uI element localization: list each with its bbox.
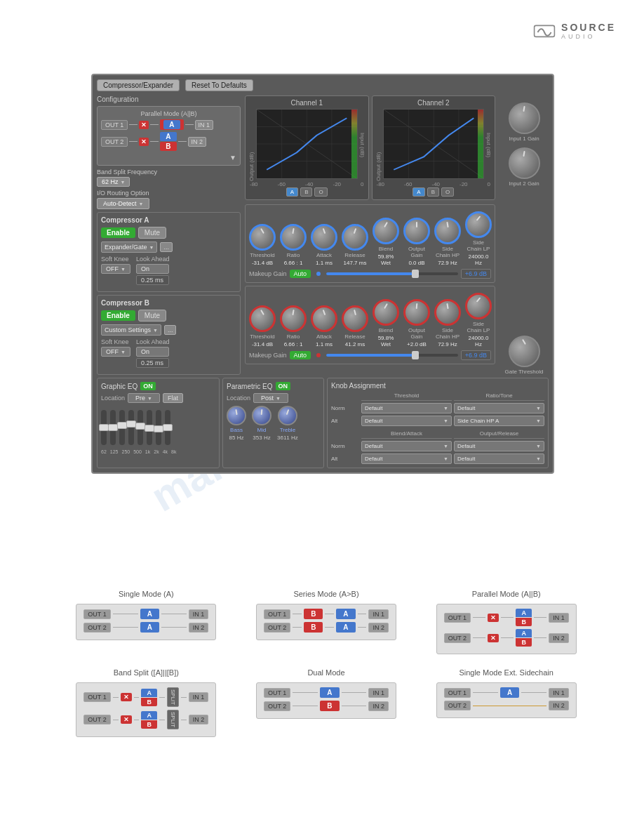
comp-a-release-knob[interactable] (342, 224, 368, 251)
comp-a-sc-lp-knob[interactable] (465, 211, 492, 238)
comp-a-blend-knob[interactable] (373, 218, 399, 244)
geq-fader-8k (165, 410, 170, 445)
ka-norm-blend-dropdown[interactable]: Default ▼ (361, 441, 452, 451)
diagram-grid: Single Mode (A) OUT 1 A IN 1 OUT 2 A IN … (63, 590, 589, 737)
comp-a-makeup-auto-button[interactable]: Auto (290, 270, 311, 278)
d-x-bandsplit-1: ✕ (121, 693, 132, 701)
ka-alt-ratio-dropdown[interactable]: Side Chain HP A ▼ (454, 416, 544, 426)
ch1-btn-o[interactable]: O (314, 187, 327, 197)
comp-b-attack-knob[interactable] (311, 305, 337, 332)
peq-bass-knob[interactable] (227, 406, 246, 425)
comp-a-enable-button[interactable]: Enable (101, 227, 135, 238)
ch1-input-db-label: Input (dB) (359, 109, 365, 181)
soft-knee-b-value[interactable]: OFF ▼ (101, 347, 130, 357)
comp-b-makeup-auto-button[interactable]: Auto (290, 351, 311, 359)
comp-b-ratio-knob[interactable] (280, 305, 307, 332)
diagram-ext-sidechain: Single Mode Ext. Sidechain OUT 1 A IN 1 … (423, 668, 589, 737)
ch1-btn-a[interactable]: A (286, 187, 298, 197)
comp-b-mute-button[interactable]: Mute (138, 310, 166, 322)
comp-a-settings-button[interactable]: ... (160, 242, 173, 252)
geq-fader-track-8k[interactable] (165, 410, 170, 445)
look-ahead-b-value: On (136, 347, 170, 357)
ch2-btn-b[interactable]: B (427, 187, 439, 197)
peq-mid-knob[interactable] (252, 406, 271, 425)
d-in1-ext: IN 1 (549, 688, 569, 698)
comp-b-mode-dropdown[interactable]: Custom Settings ▼ (101, 324, 161, 336)
config-dropdown-arrow[interactable]: ▼ (229, 154, 236, 161)
reset-defaults-button[interactable]: Reset To Defaults (185, 79, 253, 91)
comp-b-output-gain-knob[interactable] (403, 299, 430, 326)
d-b-dual-2: B (320, 701, 339, 711)
comp-a-attack-knob[interactable] (311, 224, 337, 251)
comp-b-blend-knob[interactable] (373, 299, 399, 326)
ch2-vu-meter (478, 110, 483, 178)
ch2-btn-a[interactable]: A (412, 187, 424, 197)
geq-fader-track-125[interactable] (110, 410, 116, 445)
comp-b-settings-button[interactable]: ... (164, 325, 177, 335)
look-ahead-b-label: Look Ahead (136, 338, 170, 345)
out1-label: OUT 1 (101, 120, 128, 130)
peq-mid-group: Mid 353 Hz (252, 406, 271, 441)
comp-a-mode-dropdown[interactable]: Expander/Gate ▼ (101, 241, 157, 253)
d-a-dual-1: A (320, 687, 339, 698)
ka-norm-threshold-dropdown[interactable]: Default ▼ (361, 403, 452, 413)
x-button-1[interactable]: ✕ (139, 121, 149, 129)
ka-alt-blend-dropdown[interactable]: Default ▼ (361, 454, 452, 464)
ka-norm-output-dropdown[interactable]: Default ▼ (454, 441, 544, 451)
x-button-2[interactable]: ✕ (139, 138, 149, 146)
comp-a-ratio-knob[interactable] (280, 224, 307, 251)
diagram-band-split: Band Split ([A]||[B]) OUT 1 ✕ A B SPLIT … (63, 668, 229, 737)
ka-norm-1-label: Norm (331, 403, 359, 413)
plugin-panel: Compressor/Expander Reset To Defaults Co… (91, 74, 554, 474)
soft-knee-a-value[interactable]: OFF ▼ (101, 264, 130, 274)
comp-b-makeup-slider[interactable] (326, 354, 458, 357)
geq-fader-track-500[interactable] (128, 410, 134, 445)
comp-a-makeup-slider[interactable] (326, 272, 458, 275)
comp-a-sc-hp-knob[interactable] (434, 218, 461, 244)
geq-fader-track-1k[interactable] (137, 410, 143, 445)
band-split-value[interactable]: 62 Hz ▼ (97, 177, 130, 187)
input2-gain-knob[interactable] (509, 147, 540, 179)
diagram-series-mode: Series Mode (A>B) OUT 1 B A IN 1 OUT 2 B (243, 590, 410, 654)
comp-b-sc-lp-knob[interactable] (465, 293, 492, 319)
comp-a-header: Compressor A (101, 216, 236, 224)
ka-alt-threshold-dropdown[interactable]: Default ▼ (361, 416, 452, 426)
ka-norm-ratio-dropdown[interactable]: Default ▼ (454, 403, 544, 413)
peq-location-value[interactable]: Post ▼ (253, 393, 288, 403)
comp-b-release-value: 41.2 ms (345, 341, 365, 348)
comp-a-output-gain-knob[interactable] (403, 218, 430, 244)
comp-a-mute-button[interactable]: Mute (138, 227, 166, 239)
ch1-btn-b[interactable]: B (300, 187, 312, 197)
io-routing-section: I/O Routing Option Auto-Detect ▼ (97, 190, 241, 209)
geq-fader-track-250[interactable] (119, 410, 125, 445)
io-routing-value[interactable]: Auto-Detect ▼ (97, 198, 149, 209)
geq-fader-track-62[interactable] (101, 410, 107, 445)
logo-area: SOURCE AUDIO (533, 21, 616, 41)
comp-b-release-knob[interactable] (342, 305, 368, 332)
comp-a-threshold-knob[interactable] (249, 224, 276, 251)
ka-alt-output-dropdown[interactable]: Default ▼ (454, 454, 544, 464)
comp-b-threshold-knob[interactable] (249, 305, 276, 332)
peq-treble-knob[interactable] (278, 406, 297, 425)
ka-alt-2-label: Alt (331, 454, 359, 464)
comp-b-blend-knob-group: Blend 59.8% Wet (373, 299, 399, 348)
peq-treble-group: Treble 3611 Hz (277, 406, 298, 441)
input1-gain-knob[interactable] (509, 102, 540, 134)
gate-threshold-knob[interactable] (509, 336, 540, 367)
d-a-series-1: A (336, 609, 355, 619)
d-in1-series: IN 1 (368, 609, 389, 619)
ch2-btn-o[interactable]: O (441, 187, 454, 197)
comp-b-enable-button[interactable]: Enable (101, 310, 135, 321)
comp-a-sc-lp-knob-group: Side Chain LP 24000.0 Hz (465, 211, 492, 266)
geq-location-value[interactable]: Pre ▼ (128, 393, 160, 403)
d-ab-stack-parallel-1: A B (516, 609, 532, 626)
peq-title: Parametric EQ (227, 383, 273, 390)
compressor-expander-button[interactable]: Compressor/Expander (97, 79, 180, 91)
d-a-series-2: A (336, 622, 355, 633)
channel-2-graph (383, 109, 485, 179)
out2-label: OUT 2 (101, 137, 128, 147)
comp-b-sc-hp-knob[interactable] (434, 299, 461, 326)
geq-fader-track-4k[interactable] (156, 410, 161, 445)
geq-fader-track-2k[interactable] (147, 410, 152, 445)
geq-flat-button[interactable]: Flat (163, 393, 183, 403)
